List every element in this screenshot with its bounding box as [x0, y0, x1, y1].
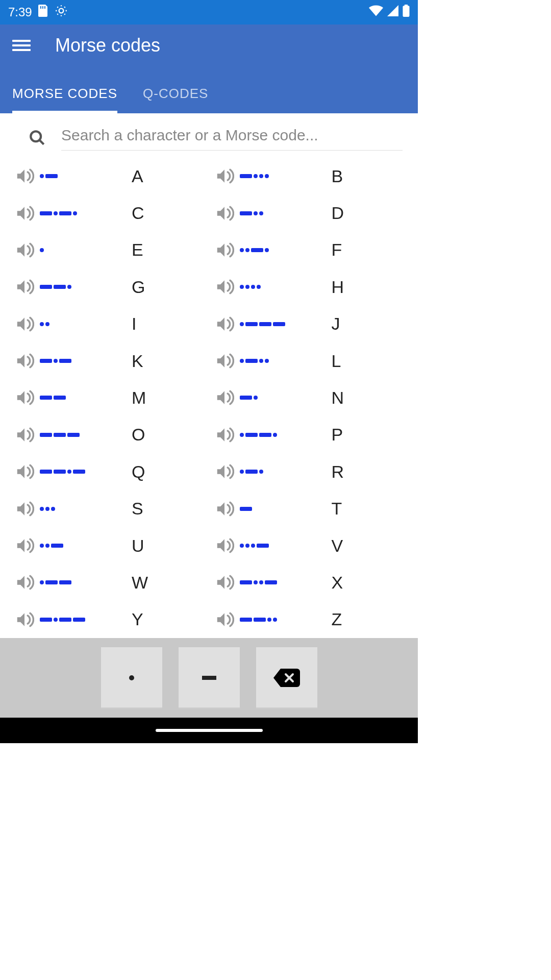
svg-point-3 — [31, 131, 41, 141]
morse-code — [240, 322, 332, 326]
code-row-z: Z — [209, 601, 409, 638]
morse-code — [240, 580, 332, 584]
letter: O — [132, 425, 145, 445]
morse-code — [40, 396, 132, 400]
dot-button[interactable] — [101, 647, 162, 708]
status-bar: 7:39 — [0, 0, 418, 24]
play-icon[interactable] — [209, 388, 240, 407]
nav-handle[interactable] — [156, 729, 263, 732]
play-icon[interactable] — [9, 351, 40, 371]
morse-code — [40, 544, 132, 548]
morse-code — [240, 544, 332, 548]
sd-card-icon — [38, 5, 48, 20]
play-icon[interactable] — [9, 610, 40, 629]
play-icon[interactable] — [209, 351, 240, 371]
play-icon[interactable] — [9, 314, 40, 334]
play-icon[interactable] — [209, 610, 240, 629]
backspace-button[interactable] — [256, 647, 317, 708]
play-icon[interactable] — [9, 425, 40, 445]
letter: Q — [132, 462, 145, 482]
morse-code — [240, 211, 332, 215]
code-row-v: V — [209, 527, 409, 564]
code-row-y: Y — [9, 601, 209, 638]
tab-morse-codes[interactable]: MORSE CODES — [12, 77, 117, 113]
search-input-wrapper — [61, 127, 403, 151]
play-icon[interactable] — [209, 536, 240, 555]
morse-code — [40, 322, 132, 326]
morse-code — [240, 359, 332, 363]
play-icon[interactable] — [209, 166, 240, 186]
play-icon[interactable] — [9, 166, 40, 186]
letter: H — [332, 277, 344, 297]
search-icon — [29, 129, 46, 149]
play-icon[interactable] — [9, 462, 40, 481]
search-input[interactable] — [61, 127, 403, 144]
codes-list[interactable]: ABCDEFGHIJKLMNOPQRSTUVWXYZ — [0, 158, 418, 638]
code-row-e: E — [9, 232, 209, 268]
battery-icon — [403, 5, 410, 20]
tab-q-codes[interactable]: Q-CODES — [143, 77, 208, 113]
play-icon[interactable] — [209, 240, 240, 260]
play-icon[interactable] — [9, 536, 40, 555]
wifi-icon — [369, 5, 383, 19]
morse-code — [40, 433, 132, 437]
morse-code — [40, 470, 132, 474]
dash-button[interactable] — [179, 647, 240, 708]
app-bar-top: Morse codes — [12, 35, 406, 77]
code-row-a: A — [9, 158, 209, 194]
morse-code — [240, 248, 332, 252]
play-icon[interactable] — [9, 204, 40, 223]
morse-code — [240, 396, 332, 400]
code-row-u: U — [9, 527, 209, 564]
play-icon[interactable] — [209, 462, 240, 481]
play-icon[interactable] — [9, 240, 40, 260]
play-icon[interactable] — [9, 499, 40, 519]
morse-input-bar — [0, 638, 418, 718]
letter: C — [132, 203, 144, 223]
play-icon[interactable] — [209, 277, 240, 297]
letter: A — [132, 166, 143, 186]
gear-icon — [55, 4, 68, 20]
morse-code — [40, 248, 132, 252]
letter: J — [332, 314, 340, 334]
letter: T — [332, 499, 342, 519]
search-bar — [0, 113, 418, 157]
letter: G — [132, 277, 145, 297]
code-row-k: K — [9, 342, 209, 379]
play-icon[interactable] — [209, 204, 240, 223]
play-icon[interactable] — [9, 277, 40, 297]
svg-line-4 — [39, 140, 44, 144]
code-row-p: P — [209, 416, 409, 453]
code-row-c: C — [9, 194, 209, 231]
status-left: 7:39 — [8, 4, 68, 20]
morse-code — [240, 174, 332, 178]
code-row-b: B — [209, 158, 409, 194]
morse-code — [40, 618, 132, 622]
play-icon[interactable] — [9, 388, 40, 407]
svg-point-0 — [59, 9, 63, 13]
morse-code — [240, 618, 332, 622]
code-row-l: L — [209, 342, 409, 379]
code-row-h: H — [209, 268, 409, 305]
morse-code — [40, 507, 132, 511]
morse-code — [40, 359, 132, 363]
play-icon[interactable] — [209, 314, 240, 334]
code-row-r: R — [209, 453, 409, 490]
play-icon[interactable] — [209, 425, 240, 445]
code-row-q: Q — [9, 453, 209, 490]
morse-code — [240, 433, 332, 437]
play-icon[interactable] — [209, 499, 240, 519]
code-row-t: T — [209, 490, 409, 527]
menu-icon[interactable] — [12, 36, 31, 55]
letter: N — [332, 388, 344, 408]
letter: M — [132, 388, 146, 408]
code-row-x: X — [209, 564, 409, 601]
code-row-w: W — [9, 564, 209, 601]
letter: P — [332, 425, 343, 445]
play-icon[interactable] — [9, 573, 40, 592]
letter: Y — [132, 609, 143, 629]
play-icon[interactable] — [209, 573, 240, 592]
status-time: 7:39 — [8, 5, 32, 19]
morse-code — [40, 285, 132, 289]
letter: S — [132, 499, 143, 519]
